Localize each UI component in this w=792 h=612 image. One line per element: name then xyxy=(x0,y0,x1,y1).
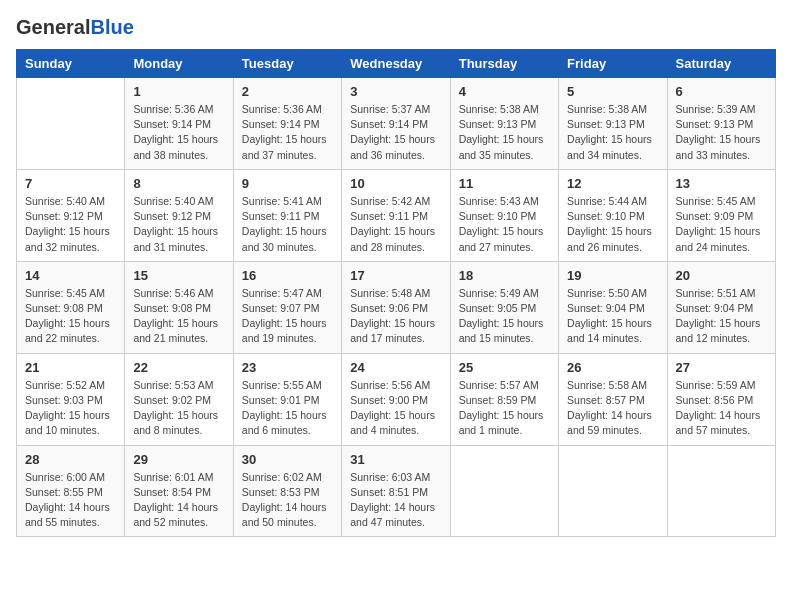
day-info: Sunrise: 5:39 AM Sunset: 9:13 PM Dayligh… xyxy=(676,102,767,163)
calendar-cell: 18 Sunrise: 5:49 AM Sunset: 9:05 PM Dayl… xyxy=(450,261,558,353)
calendar-cell: 21 Sunrise: 5:52 AM Sunset: 9:03 PM Dayl… xyxy=(17,353,125,445)
day-info: Sunrise: 5:42 AM Sunset: 9:11 PM Dayligh… xyxy=(350,194,441,255)
daylight-text: Daylight: 15 hours and 14 minutes. xyxy=(567,317,652,344)
calendar-week-row: 7 Sunrise: 5:40 AM Sunset: 9:12 PM Dayli… xyxy=(17,169,776,261)
calendar-cell: 5 Sunrise: 5:38 AM Sunset: 9:13 PM Dayli… xyxy=(559,78,667,170)
calendar-cell: 22 Sunrise: 5:53 AM Sunset: 9:02 PM Dayl… xyxy=(125,353,233,445)
logo-general: General xyxy=(16,16,90,39)
sunset-text: Sunset: 8:53 PM xyxy=(242,486,320,498)
calendar-cell: 4 Sunrise: 5:38 AM Sunset: 9:13 PM Dayli… xyxy=(450,78,558,170)
day-number: 24 xyxy=(350,360,441,375)
sunset-text: Sunset: 9:09 PM xyxy=(676,210,754,222)
day-number: 10 xyxy=(350,176,441,191)
sunset-text: Sunset: 9:11 PM xyxy=(350,210,428,222)
day-info: Sunrise: 5:57 AM Sunset: 8:59 PM Dayligh… xyxy=(459,378,550,439)
calendar-cell: 24 Sunrise: 5:56 AM Sunset: 9:00 PM Dayl… xyxy=(342,353,450,445)
column-header-monday: Monday xyxy=(125,50,233,78)
sunrise-text: Sunrise: 5:43 AM xyxy=(459,195,539,207)
day-number: 21 xyxy=(25,360,116,375)
sunset-text: Sunset: 9:01 PM xyxy=(242,394,320,406)
sunset-text: Sunset: 8:54 PM xyxy=(133,486,211,498)
sunrise-text: Sunrise: 5:38 AM xyxy=(567,103,647,115)
sunrise-text: Sunrise: 5:36 AM xyxy=(242,103,322,115)
calendar-cell xyxy=(667,445,775,537)
calendar-cell xyxy=(450,445,558,537)
calendar-cell: 1 Sunrise: 5:36 AM Sunset: 9:14 PM Dayli… xyxy=(125,78,233,170)
day-number: 5 xyxy=(567,84,658,99)
calendar-cell xyxy=(559,445,667,537)
day-number: 29 xyxy=(133,452,224,467)
sunset-text: Sunset: 8:59 PM xyxy=(459,394,537,406)
daylight-text: Daylight: 15 hours and 31 minutes. xyxy=(133,225,218,252)
logo-wordmark: General Blue xyxy=(16,16,134,39)
calendar-cell: 9 Sunrise: 5:41 AM Sunset: 9:11 PM Dayli… xyxy=(233,169,341,261)
day-number: 11 xyxy=(459,176,550,191)
day-info: Sunrise: 5:53 AM Sunset: 9:02 PM Dayligh… xyxy=(133,378,224,439)
sunset-text: Sunset: 9:07 PM xyxy=(242,302,320,314)
daylight-text: Daylight: 15 hours and 36 minutes. xyxy=(350,133,435,160)
day-number: 8 xyxy=(133,176,224,191)
daylight-text: Daylight: 15 hours and 21 minutes. xyxy=(133,317,218,344)
sunrise-text: Sunrise: 5:40 AM xyxy=(25,195,105,207)
daylight-text: Daylight: 14 hours and 55 minutes. xyxy=(25,501,110,528)
day-info: Sunrise: 5:55 AM Sunset: 9:01 PM Dayligh… xyxy=(242,378,333,439)
calendar-cell: 2 Sunrise: 5:36 AM Sunset: 9:14 PM Dayli… xyxy=(233,78,341,170)
day-number: 15 xyxy=(133,268,224,283)
daylight-text: Daylight: 14 hours and 47 minutes. xyxy=(350,501,435,528)
sunset-text: Sunset: 9:13 PM xyxy=(459,118,537,130)
sunrise-text: Sunrise: 5:45 AM xyxy=(25,287,105,299)
day-number: 13 xyxy=(676,176,767,191)
calendar-cell: 19 Sunrise: 5:50 AM Sunset: 9:04 PM Dayl… xyxy=(559,261,667,353)
calendar-cell: 17 Sunrise: 5:48 AM Sunset: 9:06 PM Dayl… xyxy=(342,261,450,353)
day-number: 2 xyxy=(242,84,333,99)
day-info: Sunrise: 5:45 AM Sunset: 9:08 PM Dayligh… xyxy=(25,286,116,347)
daylight-text: Daylight: 15 hours and 1 minute. xyxy=(459,409,544,436)
sunrise-text: Sunrise: 5:37 AM xyxy=(350,103,430,115)
sunset-text: Sunset: 8:51 PM xyxy=(350,486,428,498)
calendar-cell: 10 Sunrise: 5:42 AM Sunset: 9:11 PM Dayl… xyxy=(342,169,450,261)
calendar-cell xyxy=(17,78,125,170)
sunrise-text: Sunrise: 6:02 AM xyxy=(242,471,322,483)
daylight-text: Daylight: 15 hours and 28 minutes. xyxy=(350,225,435,252)
day-info: Sunrise: 6:00 AM Sunset: 8:55 PM Dayligh… xyxy=(25,470,116,531)
sunrise-text: Sunrise: 5:38 AM xyxy=(459,103,539,115)
sunrise-text: Sunrise: 5:39 AM xyxy=(676,103,756,115)
day-number: 4 xyxy=(459,84,550,99)
sunset-text: Sunset: 9:14 PM xyxy=(242,118,320,130)
day-info: Sunrise: 6:01 AM Sunset: 8:54 PM Dayligh… xyxy=(133,470,224,531)
day-info: Sunrise: 5:50 AM Sunset: 9:04 PM Dayligh… xyxy=(567,286,658,347)
daylight-text: Daylight: 15 hours and 15 minutes. xyxy=(459,317,544,344)
sunrise-text: Sunrise: 6:01 AM xyxy=(133,471,213,483)
daylight-text: Daylight: 15 hours and 19 minutes. xyxy=(242,317,327,344)
calendar-cell: 8 Sunrise: 5:40 AM Sunset: 9:12 PM Dayli… xyxy=(125,169,233,261)
day-info: Sunrise: 5:41 AM Sunset: 9:11 PM Dayligh… xyxy=(242,194,333,255)
column-header-friday: Friday xyxy=(559,50,667,78)
calendar-cell: 26 Sunrise: 5:58 AM Sunset: 8:57 PM Dayl… xyxy=(559,353,667,445)
daylight-text: Daylight: 15 hours and 26 minutes. xyxy=(567,225,652,252)
daylight-text: Daylight: 15 hours and 24 minutes. xyxy=(676,225,761,252)
sunrise-text: Sunrise: 5:49 AM xyxy=(459,287,539,299)
calendar-cell: 29 Sunrise: 6:01 AM Sunset: 8:54 PM Dayl… xyxy=(125,445,233,537)
day-info: Sunrise: 5:40 AM Sunset: 9:12 PM Dayligh… xyxy=(25,194,116,255)
daylight-text: Daylight: 15 hours and 12 minutes. xyxy=(676,317,761,344)
day-info: Sunrise: 5:40 AM Sunset: 9:12 PM Dayligh… xyxy=(133,194,224,255)
sunset-text: Sunset: 9:04 PM xyxy=(567,302,645,314)
calendar-cell: 7 Sunrise: 5:40 AM Sunset: 9:12 PM Dayli… xyxy=(17,169,125,261)
calendar-cell: 14 Sunrise: 5:45 AM Sunset: 9:08 PM Dayl… xyxy=(17,261,125,353)
calendar-week-row: 1 Sunrise: 5:36 AM Sunset: 9:14 PM Dayli… xyxy=(17,78,776,170)
sunrise-text: Sunrise: 5:59 AM xyxy=(676,379,756,391)
sunrise-text: Sunrise: 5:45 AM xyxy=(676,195,756,207)
day-number: 31 xyxy=(350,452,441,467)
day-info: Sunrise: 5:44 AM Sunset: 9:10 PM Dayligh… xyxy=(567,194,658,255)
daylight-text: Daylight: 15 hours and 17 minutes. xyxy=(350,317,435,344)
calendar-cell: 28 Sunrise: 6:00 AM Sunset: 8:55 PM Dayl… xyxy=(17,445,125,537)
day-info: Sunrise: 5:45 AM Sunset: 9:09 PM Dayligh… xyxy=(676,194,767,255)
daylight-text: Daylight: 15 hours and 6 minutes. xyxy=(242,409,327,436)
calendar-cell: 13 Sunrise: 5:45 AM Sunset: 9:09 PM Dayl… xyxy=(667,169,775,261)
day-number: 7 xyxy=(25,176,116,191)
sunrise-text: Sunrise: 5:42 AM xyxy=(350,195,430,207)
day-number: 14 xyxy=(25,268,116,283)
day-number: 19 xyxy=(567,268,658,283)
sunset-text: Sunset: 8:56 PM xyxy=(676,394,754,406)
day-info: Sunrise: 6:02 AM Sunset: 8:53 PM Dayligh… xyxy=(242,470,333,531)
